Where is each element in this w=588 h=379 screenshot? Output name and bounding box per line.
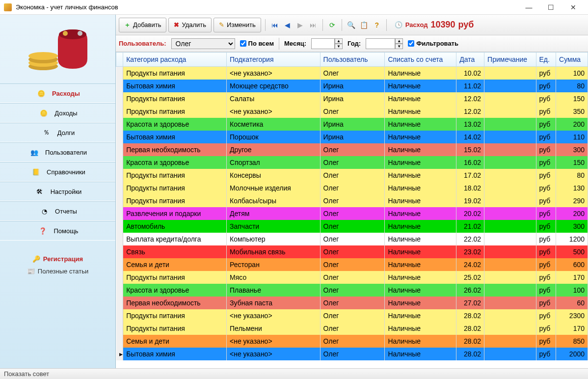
col-marker[interactable] — [116, 53, 123, 67]
refresh-button[interactable]: ⟳ — [327, 20, 338, 30]
delete-button[interactable]: ✖Удалить — [168, 18, 212, 32]
cell-user: Олег — [320, 220, 385, 233]
cell-account: Наличные — [385, 335, 456, 348]
cell-sub: Мобильная связь — [227, 245, 321, 258]
nav-first-button[interactable]: ⏮ — [269, 20, 280, 30]
sidebar-item-2[interactable]: ％Долги — [0, 123, 115, 142]
col-category[interactable]: Категория расхода — [123, 53, 227, 67]
month-up[interactable]: ▲ — [335, 38, 343, 44]
table-row[interactable]: АвтомобильЗапчастиОлегНаличные21.02руб30… — [116, 220, 588, 233]
sidebar-item-3[interactable]: 👥Пользователи — [0, 142, 115, 162]
table-row[interactable]: Развлечения и подаркиДетямОлегНаличные20… — [116, 207, 588, 220]
cell-note — [484, 169, 536, 182]
table-row[interactable]: Первая необходимостьЗубная пастаОлегНали… — [116, 297, 588, 309]
registration-link[interactable]: 🔑 Регистрация — [32, 255, 83, 263]
col-sum[interactable]: Сумма — [556, 53, 588, 67]
cell-date: 11.02 — [456, 80, 484, 92]
table-row[interactable]: Красота и здоровьеСпортзалОлегНаличные16… — [116, 156, 588, 169]
table-row[interactable]: Продукты питанияКонсервыОлегНаличные17.0… — [116, 169, 588, 182]
year-input[interactable] — [366, 38, 395, 49]
table-row[interactable]: Семья и дети<не указано>ОлегНаличные28.0… — [116, 335, 588, 348]
table-row[interactable]: Бытовая химияПорошокИринаНаличные14.02ру… — [116, 131, 588, 143]
sidebar-item-label: Долги — [57, 129, 75, 136]
col-unit[interactable]: Ед. — [536, 53, 556, 67]
row-marker — [116, 233, 123, 245]
month-input[interactable] — [311, 38, 335, 49]
cell-category: Продукты питания — [123, 105, 227, 118]
add-button[interactable]: ＋Добавить — [119, 18, 166, 32]
coins-plus-icon: 🪙 — [38, 107, 50, 119]
cell-note — [484, 131, 536, 143]
expense-table-wrap[interactable]: Категория расхода Подкатегория Пользоват… — [116, 52, 588, 368]
year-down[interactable]: ▼ — [395, 44, 403, 49]
table-row[interactable]: Продукты питанияМолочные изделияОлегНали… — [116, 182, 588, 194]
cell-unit: руб — [536, 207, 556, 220]
minimize-button[interactable]: — — [518, 0, 540, 14]
sidebar-item-7[interactable]: ❓Помощь — [0, 221, 115, 241]
col-account[interactable]: Списать со счета — [385, 53, 456, 67]
table-row[interactable]: Красота и здоровьеПлаваньеОлегНаличные26… — [116, 284, 588, 297]
table-row[interactable]: Семья и детиРесторанОлегНаличные24.02руб… — [116, 258, 588, 271]
nav-prev-button[interactable]: ◀ — [282, 20, 293, 30]
col-note[interactable]: Примечание — [484, 53, 536, 67]
sidebar-item-4[interactable]: 📒Справочники — [0, 162, 115, 182]
cell-sub: Косметика — [227, 118, 321, 131]
edit-button[interactable]: ✎Изменить — [214, 18, 261, 32]
sidebar-item-5[interactable]: 🛠Настройки — [0, 182, 115, 201]
sidebar-item-1[interactable]: 🪙Доходы — [0, 103, 115, 123]
articles-link[interactable]: 📰 Полезные статьи — [27, 268, 88, 275]
cell-account: Наличные — [385, 271, 456, 284]
cell-unit: руб — [536, 143, 556, 156]
cell-user: Олег — [320, 271, 385, 284]
cell-note — [484, 194, 536, 207]
col-user[interactable]: Пользователь — [320, 53, 385, 67]
table-row[interactable]: Продукты питанияКолбасы/сырыОлегНаличные… — [116, 194, 588, 207]
sidebar-item-6[interactable]: ◔Отчеты — [0, 201, 115, 221]
svg-point-3 — [28, 52, 58, 60]
col-date[interactable]: Дата — [456, 53, 484, 67]
table-row[interactable]: Первая необходимостьДругоеОлегНаличные15… — [116, 143, 588, 156]
cell-date: 20.02 — [456, 207, 484, 220]
cell-category: Продукты питания — [123, 322, 227, 335]
registration-label: Регистрация — [43, 255, 83, 263]
cell-category: Связь — [123, 245, 227, 258]
sidebar-item-0[interactable]: 🪙Расходы — [0, 83, 115, 103]
cell-account: Наличные — [385, 207, 456, 220]
all-users-checkbox[interactable]: По всем — [240, 40, 274, 47]
copy-button[interactable]: 📋 — [359, 20, 370, 30]
table-row[interactable]: Продукты питания<не указано>ОлегНаличные… — [116, 67, 588, 80]
cell-user: Олег — [320, 245, 385, 258]
help-icon-button[interactable]: ? — [372, 20, 382, 30]
filter-checkbox[interactable]: Фильтровать — [408, 40, 458, 47]
nav-next-button[interactable]: ▶ — [295, 20, 306, 30]
table-row[interactable]: Продукты питания<не указано>ОлегНаличные… — [116, 105, 588, 118]
year-up[interactable]: ▲ — [395, 38, 403, 44]
cell-sum: 200 — [556, 118, 588, 131]
cell-unit: руб — [536, 297, 556, 309]
month-down[interactable]: ▼ — [335, 44, 343, 49]
cell-note — [484, 105, 536, 118]
table-row[interactable]: Продукты питания<не указано>ОлегНаличные… — [116, 309, 588, 322]
close-button[interactable]: ✕ — [562, 0, 584, 14]
table-row[interactable]: Выплата кредита/долгаКомпьютерОлегНаличн… — [116, 233, 588, 245]
user-select[interactable]: Олег — [171, 38, 235, 49]
cell-account: Наличные — [385, 156, 456, 169]
table-row[interactable]: ▸Бытовая химия<не указано>ОлегНаличные28… — [116, 348, 588, 360]
table-row[interactable]: Продукты питанияМясоОлегНаличные25.02руб… — [116, 271, 588, 284]
table-row[interactable]: СвязьМобильная связьОлегНаличные23.02руб… — [116, 245, 588, 258]
cell-sub: Моющее средство — [227, 80, 321, 92]
table-row[interactable]: Красота и здоровьеКосметикаИринаНаличные… — [116, 118, 588, 131]
cell-note — [484, 67, 536, 80]
col-sub[interactable]: Подкатегория — [227, 53, 321, 67]
table-row[interactable]: Продукты питанияПельмениОлегНаличные28.0… — [116, 322, 588, 335]
cell-date: 18.02 — [456, 182, 484, 194]
table-row[interactable]: Бытовая химияМоющее средствоИринаНаличны… — [116, 80, 588, 92]
cell-unit: руб — [536, 348, 556, 360]
table-row[interactable]: Продукты питанияСалатыИринаНаличные12.02… — [116, 92, 588, 105]
sidebar-item-label: Отчеты — [55, 208, 77, 215]
nav-last-button[interactable]: ⏭ — [308, 20, 319, 30]
cell-account: Наличные — [385, 322, 456, 335]
cell-user: Олег — [320, 182, 385, 194]
maximize-button[interactable]: ☐ — [540, 0, 562, 14]
search-button[interactable]: 🔍 — [346, 20, 357, 30]
